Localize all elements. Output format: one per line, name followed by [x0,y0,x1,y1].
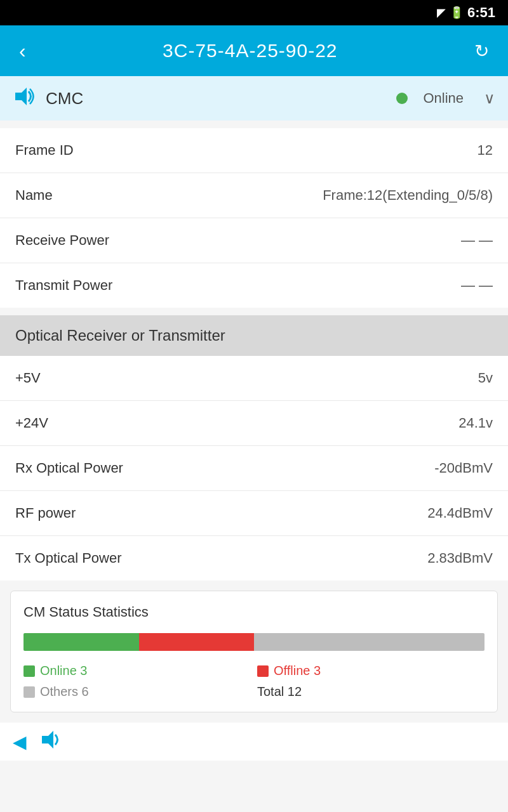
optical-section-header: Optical Receiver or Transmitter [0,315,508,356]
optical-section: +5V 5v +24V 24.1v Rx Optical Power -20dB… [0,356,508,580]
legend-offline: Offline 3 [257,664,485,678]
online-status-dot [396,93,408,104]
stats-bar [23,633,485,651]
others-legend-label: Others 6 [40,684,89,699]
online-legend-dot [23,665,35,677]
info-row-receive-power: Receive Power — — [0,218,508,263]
info-row-tx-optical: Tx Optical Power 2.83dBmV [0,536,508,580]
total-legend-label: Total 12 [257,684,302,699]
info-row-rx-optical: Rx Optical Power -20dBmV [0,446,508,491]
rf-power-value: 24.4dBmV [427,505,493,521]
legend-others: Others 6 [23,684,251,699]
rf-power-label: RF power [15,505,76,521]
svg-marker-0 [15,88,27,105]
online-legend-label: Online 3 [40,664,88,678]
header-title: 3C-75-4A-25-90-22 [163,40,337,62]
svg-marker-1 [42,731,53,749]
others-bar [254,633,485,651]
offline-bar [139,633,255,651]
5v-label: +5V [15,370,41,386]
info-row-transmit-power: Transmit Power — — [0,263,508,308]
device-icon [13,85,36,112]
app-header: ‹ 3C-75-4A-25-90-22 ↻ [0,25,508,76]
optical-header-text: Optical Receiver or Transmitter [15,327,225,344]
bottom-bar: ◀ [0,723,508,761]
rx-optical-value: -20dBmV [434,460,493,476]
chevron-down-icon[interactable]: ∨ [484,89,495,107]
transmit-power-label: Transmit Power [15,277,112,294]
info-row-name: Name Frame:12(Extending_0/5/8) [0,173,508,218]
status-icons: ◤ 🔋 6:51 [437,4,495,21]
transmit-power-value: — — [461,277,493,294]
offline-legend-dot [257,665,269,677]
device-name: CMC [46,89,386,108]
cmc-icon [13,85,36,108]
info-section: Frame ID 12 Name Frame:12(Extending_0/5/… [0,128,508,308]
stats-legend: Online 3 Offline 3 Others 6 Total 12 [23,664,485,699]
tx-optical-value: 2.83dBmV [427,550,493,566]
status-time: 6:51 [467,4,495,21]
legend-total: Total 12 [257,684,485,699]
bottom-left-arrow[interactable]: ◀ [13,731,27,752]
battery-icon: 🔋 [450,6,464,20]
bottom-cmc-icon [39,728,62,751]
24v-value: 24.1v [458,415,493,431]
online-bar [23,633,139,651]
rx-optical-label: Rx Optical Power [15,460,123,476]
refresh-button[interactable]: ↻ [468,34,495,68]
name-label: Name [15,187,53,204]
24v-label: +24V [15,415,48,431]
online-status-text: Online [423,90,464,107]
info-row-24v: +24V 24.1v [0,401,508,446]
receive-power-value: — — [461,232,493,249]
others-legend-dot [23,686,35,698]
frame-id-value: 12 [478,142,493,159]
stats-card: CM Status Statistics Online 3 Offline 3 … [10,591,498,712]
stats-title: CM Status Statistics [23,604,485,620]
offline-legend-label: Offline 3 [274,664,321,678]
status-bar: ◤ 🔋 6:51 [0,0,508,25]
legend-online: Online 3 [23,664,251,678]
bottom-icon[interactable] [39,728,62,756]
device-bar: CMC Online ∨ [0,76,508,121]
frame-id-label: Frame ID [15,142,74,159]
info-row-frame-id: Frame ID 12 [0,128,508,173]
info-row-5v: +5V 5v [0,356,508,401]
name-value: Frame:12(Extending_0/5/8) [323,187,493,204]
receive-power-label: Receive Power [15,232,109,249]
tx-optical-label: Tx Optical Power [15,550,122,566]
signal-icon: ◤ [437,6,446,20]
back-button[interactable]: ‹ [13,33,32,69]
info-row-rf-power: RF power 24.4dBmV [0,491,508,536]
5v-value: 5v [478,370,493,386]
